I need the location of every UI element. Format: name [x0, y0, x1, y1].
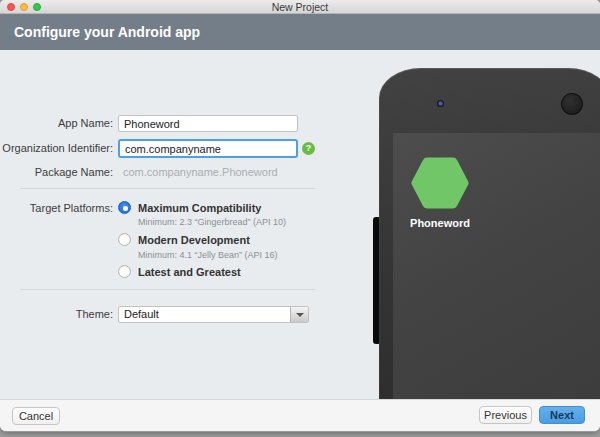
radio-maximum-compatibility-subtitle: Minimum: 2.3 “Gingerbread” (API 10): [138, 217, 286, 228]
app-hexagon-icon: [411, 157, 469, 209]
package-name-value: com.companyname.Phoneword: [123, 165, 278, 180]
titlebar[interactable]: New Project: [0, 0, 600, 14]
window-title: New Project: [0, 0, 600, 14]
help-icon[interactable]: ?: [302, 142, 315, 155]
theme-label: Theme:: [0, 306, 113, 323]
app-preview-label: Phoneword: [393, 217, 487, 229]
radio-latest-and-greatest-label[interactable]: Latest and Greatest: [138, 265, 241, 279]
radio-modern-development-label[interactable]: Modern Development: [138, 233, 250, 247]
organization-identifier-label: Organization Identifier:: [0, 140, 113, 157]
package-name-label: Package Name:: [0, 165, 113, 180]
organization-identifier-input[interactable]: [118, 139, 298, 158]
radio-latest-and-greatest[interactable]: [118, 265, 131, 278]
wizard-header: Configure your Android app: [0, 14, 600, 50]
app-name-label: App Name:: [0, 115, 113, 132]
separator: [20, 289, 315, 290]
target-platforms-label: Target Platforms:: [0, 201, 113, 215]
theme-dropdown[interactable]: Default: [118, 306, 309, 323]
chevron-down-icon[interactable]: [290, 307, 308, 322]
content-area: Phoneword App Name: Organization Identif…: [0, 50, 600, 399]
radio-modern-development[interactable]: [118, 233, 131, 246]
phone-preview: Phoneword: [379, 68, 600, 399]
radio-modern-development-subtitle: Minimum: 4.1 “Jelly Bean” (API 16): [138, 250, 278, 261]
cancel-button[interactable]: Cancel: [12, 407, 60, 425]
page-title: Configure your Android app: [14, 14, 200, 50]
phone-speaker-icon: [561, 93, 583, 115]
radio-maximum-compatibility[interactable]: [118, 201, 131, 214]
new-project-window: New Project Configure your Android app P…: [0, 0, 600, 431]
next-button[interactable]: Next: [539, 406, 585, 424]
separator: [20, 188, 315, 189]
phone-camera-icon: [437, 100, 444, 107]
previous-button[interactable]: Previous: [479, 406, 532, 424]
theme-dropdown-value: Default: [124, 307, 159, 322]
radio-maximum-compatibility-label[interactable]: Maximum Compatibility: [138, 201, 261, 215]
phone-screen: Phoneword: [393, 133, 600, 399]
footer-bar: Cancel Previous Next: [0, 399, 600, 431]
app-name-input[interactable]: [118, 115, 298, 132]
